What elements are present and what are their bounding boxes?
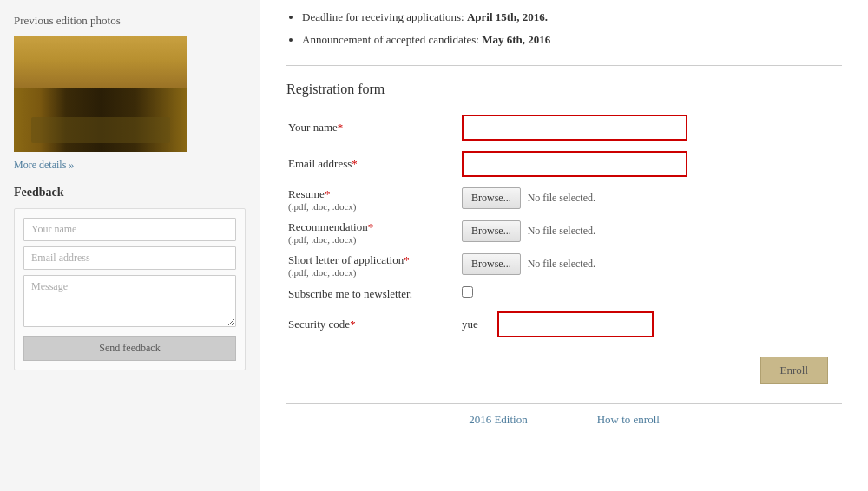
subscribe-checkbox[interactable]: [462, 286, 473, 298]
short-letter-browse-button[interactable]: Browse...: [462, 253, 521, 275]
resume-no-file: No file selected.: [528, 192, 595, 205]
more-details-link[interactable]: More details »: [14, 159, 246, 172]
footer-link-2016[interactable]: 2016 Edition: [469, 413, 528, 427]
security-row: Security code* yue: [288, 311, 759, 337]
section-divider: [286, 65, 842, 66]
send-feedback-button[interactable]: Send feedback: [23, 336, 236, 361]
resume-browse-button[interactable]: Browse...: [462, 187, 521, 209]
info-list: Deadline for receiving applications: Apr…: [286, 9, 842, 48]
security-code-value: yue: [462, 318, 478, 331]
enroll-row: Enroll: [288, 353, 840, 384]
short-letter-upload: Browse... No file selected.: [462, 253, 595, 275]
security-code-input[interactable]: [497, 311, 654, 337]
feedback-name-input[interactable]: [23, 218, 236, 241]
security-code-label: Security code*: [288, 318, 462, 331]
deadline-item: Deadline for receiving applications: Apr…: [302, 9, 842, 26]
short-letter-row: Short letter of application* (.pdf, .doc…: [288, 253, 759, 278]
subscribe-label: Subscribe me to newsletter.: [288, 287, 462, 301]
name-input[interactable]: [462, 115, 687, 141]
deadline-date: April 15th, 2016.: [467, 10, 548, 23]
recommendation-browse-button[interactable]: Browse...: [462, 220, 521, 242]
resume-row: Resume* (.pdf, .doc, .docx) Browse... No…: [288, 187, 759, 212]
feedback-email-input[interactable]: [23, 246, 236, 270]
enroll-button[interactable]: Enroll: [760, 357, 829, 384]
recommendation-no-file: No file selected.: [528, 225, 595, 238]
name-label: Your name*: [288, 121, 462, 134]
deadline-text: Deadline for receiving applications:: [302, 10, 464, 23]
resume-upload: Browse... No file selected.: [462, 187, 595, 209]
edition-photo: [14, 36, 187, 152]
short-letter-label: Short letter of application* (.pdf, .doc…: [288, 253, 462, 278]
resume-label: Resume* (.pdf, .doc, .docx): [288, 187, 462, 212]
footer-links: 2016 Edition How to enroll: [286, 403, 842, 427]
email-input[interactable]: [462, 151, 687, 177]
subscribe-row: Subscribe me to newsletter.: [288, 286, 759, 301]
main-content: Deadline for receiving applications: Apr…: [260, 0, 868, 491]
announcement-text: Announcement of accepted candidates:: [302, 33, 479, 46]
name-row: Your name*: [288, 115, 759, 141]
email-label: Email address*: [288, 157, 462, 171]
registration-form: Your name* Email address* Resume*: [286, 113, 842, 386]
recommendation-row: Recommendation* (.pdf, .doc, .docx) Brow…: [288, 220, 759, 245]
announcement-date: May 6th, 2016: [482, 33, 550, 46]
photos-title: Previous edition photos: [14, 14, 246, 28]
footer-link-how-to-enroll[interactable]: How to enroll: [597, 413, 660, 427]
short-letter-no-file: No file selected.: [528, 258, 595, 271]
feedback-title: Feedback: [14, 186, 246, 200]
feedback-message-input[interactable]: [23, 275, 236, 327]
email-row: Email address*: [288, 151, 759, 177]
feedback-form: Send feedback: [14, 208, 246, 370]
recommendation-upload: Browse... No file selected.: [462, 220, 595, 242]
announcement-item: Announcement of accepted candidates: May…: [302, 31, 842, 49]
sidebar: Previous edition photos More details » F…: [0, 0, 260, 491]
form-section-title: Registration form: [286, 82, 842, 97]
recommendation-label: Recommendation* (.pdf, .doc, .docx): [288, 220, 462, 245]
